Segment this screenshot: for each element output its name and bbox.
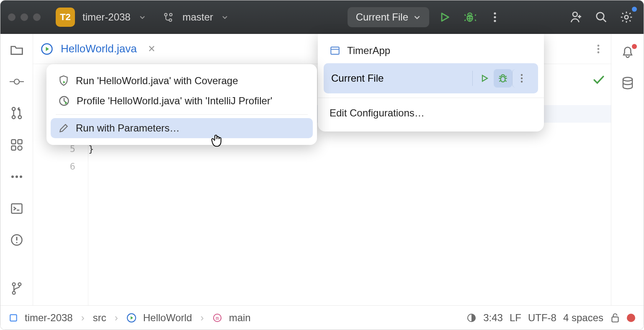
run-with-parameters-item[interactable]: Run with Parameters… — [51, 118, 313, 138]
more-actions-button[interactable] — [485, 8, 505, 27]
settings-icon[interactable] — [617, 8, 636, 27]
profile-item[interactable]: Profile 'HelloWorld.java' with 'IntelliJ… — [51, 91, 313, 111]
database-tool-icon[interactable] — [620, 76, 635, 91]
svg-point-27 — [598, 51, 600, 53]
branch-name[interactable]: master — [183, 11, 213, 23]
problems-tool-icon[interactable] — [9, 233, 24, 248]
run-button[interactable] — [435, 8, 454, 27]
svg-rect-34 — [10, 315, 16, 321]
svg-point-9 — [12, 116, 15, 119]
caret-position[interactable]: 3:43 — [483, 312, 503, 324]
file-encoding[interactable]: UTF-8 — [528, 312, 556, 324]
run-config-item-timerapp[interactable]: TimerApp — [318, 40, 544, 62]
svg-point-23 — [623, 77, 632, 81]
theme-icon[interactable] — [466, 313, 477, 323]
mouse-cursor-icon — [211, 134, 223, 148]
svg-point-30 — [520, 74, 522, 76]
run-config-label: TimerApp — [347, 45, 390, 57]
project-badge: T2 — [56, 8, 75, 27]
svg-point-14 — [18, 146, 22, 150]
tab-filename[interactable]: HelloWorld.java — [61, 42, 137, 55]
edit-configurations-item[interactable]: Edit Configurations… — [318, 102, 544, 124]
run-configuration-selector[interactable]: Current File — [348, 7, 429, 27]
right-toolbar — [611, 34, 644, 305]
svg-point-6 — [625, 15, 629, 19]
title-bar: T2 timer-2038 master Current File — [0, 0, 644, 34]
class-icon — [126, 313, 137, 323]
more-tools-icon[interactable] — [9, 169, 24, 184]
project-tool-icon[interactable] — [9, 42, 24, 57]
svg-point-2 — [494, 16, 496, 18]
pull-requests-icon[interactable] — [9, 106, 24, 121]
notifications-icon[interactable] — [620, 45, 635, 60]
application-icon — [330, 45, 340, 56]
breadcrumb-folder[interactable]: src — [93, 312, 106, 324]
breadcrumb-separator: › — [113, 312, 120, 324]
left-toolbar — [0, 34, 33, 305]
breadcrumb-module[interactable]: timer-2038 — [25, 312, 73, 324]
method-icon: m — [212, 313, 222, 323]
svg-point-10 — [18, 116, 21, 119]
run-config-label: Current File — [331, 72, 470, 84]
readonly-lock-icon[interactable] — [610, 312, 620, 323]
indent-setting[interactable]: 4 spaces — [563, 312, 603, 324]
svg-point-20 — [12, 283, 15, 286]
search-everywhere-icon[interactable] — [592, 8, 611, 27]
project-name[interactable]: timer-2038 — [82, 11, 131, 23]
inspection-ok-icon[interactable] — [592, 75, 605, 85]
window-controls — [8, 13, 41, 21]
svg-rect-13 — [11, 146, 15, 150]
breadcrumb-method[interactable]: main — [229, 312, 251, 324]
run-config-label: Current File — [356, 11, 408, 23]
svg-rect-39 — [612, 317, 618, 322]
svg-point-16 — [15, 175, 18, 178]
run-config-item-current-file[interactable]: Current File — [324, 63, 538, 93]
minimize-window-icon[interactable] — [21, 13, 28, 21]
debug-button[interactable] — [460, 8, 479, 27]
tab-more-icon[interactable] — [597, 44, 600, 54]
svg-point-3 — [494, 20, 496, 22]
line-number: 6 — [33, 158, 75, 175]
terminal-tool-icon[interactable] — [9, 201, 24, 216]
svg-rect-11 — [11, 140, 15, 144]
chevron-down-icon[interactable] — [139, 14, 146, 21]
close-window-icon[interactable] — [8, 13, 15, 21]
java-run-file-icon — [41, 43, 53, 55]
commit-tool-icon[interactable] — [9, 74, 24, 89]
svg-text:m: m — [216, 315, 219, 321]
svg-rect-12 — [18, 140, 22, 144]
svg-point-31 — [520, 77, 522, 79]
menu-label: Run 'HelloWorld.java' with Coverage — [76, 75, 238, 87]
zoom-window-icon[interactable] — [33, 13, 41, 21]
menu-label: Edit Configurations… — [330, 107, 425, 119]
chevron-down-icon[interactable] — [222, 14, 228, 21]
breadcrumb-class[interactable]: HelloWorld — [143, 312, 192, 324]
debug-icon[interactable] — [494, 69, 512, 88]
run-icon[interactable] — [475, 69, 494, 88]
breadcrumb-separator: › — [80, 312, 86, 324]
edit-icon — [58, 123, 69, 134]
svg-point-17 — [20, 175, 22, 178]
line-separator[interactable]: LF — [510, 312, 521, 324]
svg-rect-28 — [331, 47, 339, 54]
menu-label: Profile 'HelloWorld.java' with 'IntelliJ… — [77, 95, 272, 107]
chevron-down-icon — [413, 13, 421, 21]
profiler-icon — [58, 95, 70, 107]
svg-point-25 — [598, 44, 600, 46]
run-with-coverage-item[interactable]: Run 'HelloWorld.java' with Coverage — [51, 71, 313, 91]
svg-point-1 — [494, 12, 496, 14]
menu-label: Run with Parameters… — [76, 122, 180, 134]
structure-tool-icon[interactable] — [9, 137, 24, 152]
breadcrumb-separator: › — [199, 312, 206, 324]
svg-point-21 — [18, 283, 21, 286]
svg-point-29 — [501, 77, 505, 82]
close-tab-icon[interactable]: ✕ — [148, 44, 155, 54]
branch-icon — [163, 12, 173, 23]
more-icon[interactable] — [512, 69, 531, 88]
error-indicator-icon[interactable] — [627, 314, 635, 322]
vcs-tool-icon[interactable] — [9, 281, 24, 296]
code-with-me-icon[interactable] — [567, 8, 586, 27]
svg-point-5 — [597, 13, 604, 20]
svg-point-7 — [14, 79, 19, 84]
svg-point-26 — [598, 48, 600, 50]
